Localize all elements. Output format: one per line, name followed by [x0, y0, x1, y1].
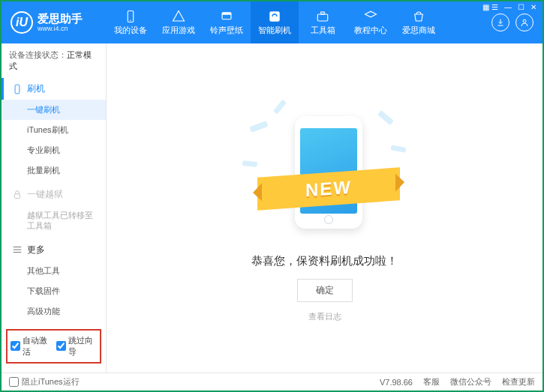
block-itunes-checkbox[interactable]: 阻止iTunes运行: [9, 376, 80, 388]
top-nav: 我的设备 应用游戏 铃声壁纸 智能刷机 工具箱 教程中心 爱思商城: [107, 1, 482, 43]
nav-my-device[interactable]: 我的设备: [107, 1, 155, 43]
success-message: 恭喜您，保资料刷机成功啦！: [251, 254, 398, 268]
sidebar-item-pro[interactable]: 专业刷机: [2, 140, 106, 160]
nav-store[interactable]: 爱思商城: [395, 1, 443, 43]
skip-guide-checkbox[interactable]: 跳过向导: [56, 335, 98, 358]
store-icon: [412, 10, 425, 23]
connection-status: 设备连接状态：正常模式: [2, 43, 106, 78]
sidebar: 设备连接状态：正常模式 刷机 一键刷机 iTunes刷机 专业刷机 批量刷机 一…: [2, 43, 107, 373]
sidebar-item-download-fw[interactable]: 下载固件: [2, 281, 106, 301]
svg-rect-5: [317, 14, 328, 21]
flash-icon: [268, 10, 281, 23]
minimize-button[interactable]: —: [503, 3, 513, 11]
service-link[interactable]: 客服: [423, 376, 440, 388]
user-button[interactable]: [515, 13, 533, 31]
wechat-link[interactable]: 微信公众号: [450, 376, 491, 388]
sidebar-more-header[interactable]: 更多: [2, 239, 106, 261]
logo-area: iU 爱思助手 www.i4.cn: [2, 11, 107, 34]
nav-apps[interactable]: 应用游戏: [155, 1, 203, 43]
svg-rect-4: [269, 11, 280, 22]
svg-rect-9: [15, 193, 20, 198]
device-name: iPhone 12 mini: [11, 371, 98, 373]
version-label: V7.98.66: [380, 378, 413, 387]
ringtone-icon: [220, 10, 233, 23]
download-button[interactable]: [491, 13, 509, 31]
sidebar-item-batch[interactable]: 批量刷机: [2, 160, 106, 181]
toolbox-icon: [316, 10, 329, 23]
device-icon: [124, 10, 137, 23]
nav-label: 智能刷机: [258, 25, 291, 36]
nav-flash[interactable]: 智能刷机: [251, 1, 299, 43]
tutorial-icon: [364, 10, 377, 23]
success-illustration: NEW: [242, 101, 407, 236]
options-highlight-box: 自动激活 跳过向导: [6, 329, 101, 364]
view-log-link[interactable]: 查看日志: [308, 311, 341, 322]
auto-activate-checkbox[interactable]: 自动激活: [11, 335, 52, 358]
menu-icon[interactable]: ▦ ☰: [481, 3, 500, 11]
header-right: [482, 13, 542, 31]
nav-label: 应用游戏: [162, 25, 195, 36]
new-ribbon: NEW: [257, 167, 400, 210]
apps-icon: [172, 10, 185, 23]
update-link[interactable]: 检查更新: [502, 376, 535, 388]
sidebar-jailbreak-note: 越狱工具已转移至工具箱: [2, 205, 106, 236]
main-content: NEW 恭喜您，保资料刷机成功啦！ 确定 查看日志: [107, 43, 542, 373]
nav-toolbox[interactable]: 工具箱: [299, 1, 347, 43]
sidebar-flash-header[interactable]: 刷机: [2, 78, 106, 100]
maximize-button[interactable]: ☐: [516, 3, 526, 11]
svg-point-1: [130, 19, 131, 21]
svg-rect-3: [222, 12, 231, 14]
ok-button[interactable]: 确定: [297, 279, 353, 302]
nav-tutorial[interactable]: 教程中心: [347, 1, 395, 43]
sidebar-item-othertools[interactable]: 其他工具: [2, 261, 106, 281]
app-name: 爱思助手: [38, 13, 83, 25]
sidebar-item-advanced[interactable]: 高级功能: [2, 301, 106, 322]
window-controls: ▦ ☰ — ☐ ✕: [481, 3, 538, 11]
app-url: www.i4.cn: [38, 25, 83, 32]
close-button[interactable]: ✕: [529, 3, 538, 11]
sidebar-jailbreak-header: 一键越狱: [2, 184, 106, 205]
logo-icon: iU: [11, 11, 33, 34]
sidebar-item-itunes[interactable]: iTunes刷机: [2, 120, 106, 140]
nav-label: 爱思商城: [402, 25, 435, 36]
svg-point-7: [523, 19, 526, 22]
nav-label: 我的设备: [114, 25, 147, 36]
nav-label: 铃声壁纸: [210, 25, 243, 36]
nav-label: 教程中心: [354, 25, 387, 36]
sidebar-item-oneclick[interactable]: 一键刷机: [2, 100, 106, 120]
device-panel[interactable]: iPhone 12 mini 64GB Down-12mini-13,1: [2, 368, 106, 373]
header: iU 爱思助手 www.i4.cn 我的设备 应用游戏 铃声壁纸 智能刷机 工具…: [2, 1, 542, 43]
svg-rect-6: [321, 12, 325, 14]
nav-ringtone[interactable]: 铃声壁纸: [203, 1, 251, 43]
svg-rect-8: [15, 85, 20, 94]
footer: 阻止iTunes运行 V7.98.66 客服 微信公众号 检查更新: [2, 373, 542, 391]
nav-label: 工具箱: [311, 25, 335, 36]
